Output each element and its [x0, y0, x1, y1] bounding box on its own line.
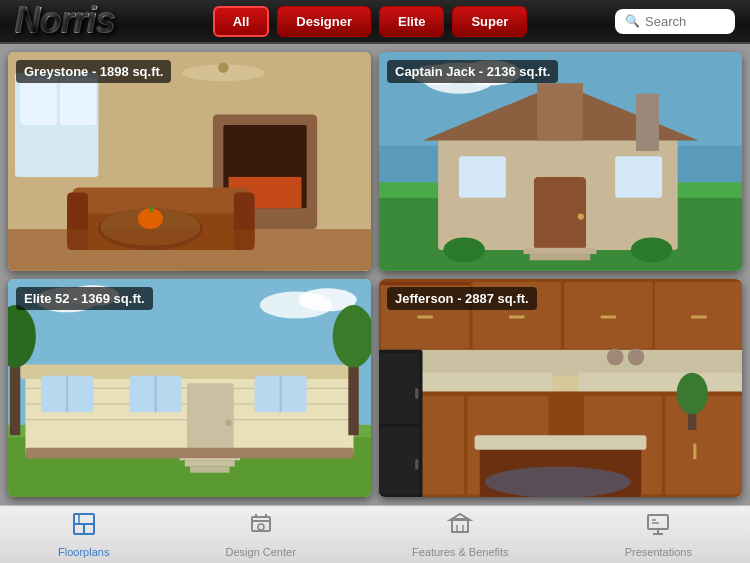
card-label-elite52: Elite 52 - 1369 sq.ft. [16, 287, 153, 310]
card-label-captain-jack: Captain Jack - 2136 sq.ft. [387, 60, 558, 83]
svg-rect-32 [524, 248, 597, 254]
svg-rect-5 [60, 78, 96, 125]
svg-rect-73 [509, 315, 525, 318]
svg-rect-92 [379, 427, 419, 495]
svg-rect-94 [415, 459, 418, 469]
card-greystone[interactable]: Greystone - 1898 sq.ft. [8, 52, 371, 271]
search-input[interactable] [645, 14, 725, 29]
svg-point-35 [631, 237, 673, 262]
tab-bar: Floorplans Design Center Features & Bene… [0, 505, 750, 563]
svg-point-56 [225, 419, 231, 425]
svg-rect-64 [25, 447, 353, 457]
svg-rect-59 [190, 466, 230, 472]
tab-design-center[interactable]: Design Center [206, 506, 316, 563]
app-logo: Norris [15, 0, 115, 42]
card-label-jefferson: Jefferson - 2887 sq.ft. [387, 287, 537, 310]
svg-rect-4 [20, 78, 56, 125]
svg-rect-68 [381, 282, 470, 285]
svg-point-97 [485, 466, 631, 497]
svg-rect-29 [615, 156, 662, 198]
svg-rect-93 [415, 388, 418, 398]
svg-rect-28 [459, 156, 506, 198]
nav-super[interactable]: Super [452, 6, 527, 37]
card-label-greystone: Greystone - 1898 sq.ft. [16, 60, 171, 83]
svg-rect-74 [601, 315, 617, 318]
tab-features[interactable]: Features & Benefits [392, 506, 529, 563]
svg-rect-76 [379, 350, 742, 376]
svg-rect-33 [530, 254, 590, 260]
svg-rect-58 [185, 460, 235, 466]
nav-buttons: All Designer Elite Super [135, 6, 605, 37]
svg-point-2 [218, 62, 228, 72]
svg-point-99 [677, 372, 708, 414]
svg-rect-91 [379, 353, 419, 424]
features-icon [447, 511, 473, 543]
tab-label-features: Features & Benefits [412, 546, 509, 558]
card-elite52[interactable]: Elite 52 - 1369 sq.ft. [8, 279, 371, 498]
card-image-greystone [8, 52, 371, 271]
svg-rect-87 [693, 443, 696, 459]
svg-rect-17 [8, 229, 371, 271]
tab-floorplans[interactable]: Floorplans [38, 506, 129, 563]
nav-designer[interactable]: Designer [277, 6, 371, 37]
search-box[interactable]: 🔍 [615, 9, 735, 34]
nav-elite[interactable]: Elite [379, 6, 444, 37]
svg-rect-27 [537, 83, 583, 140]
tab-presentations[interactable]: Presentations [605, 506, 712, 563]
svg-rect-55 [187, 383, 234, 456]
card-jefferson[interactable]: Jefferson - 2887 sq.ft. [379, 279, 742, 498]
svg-rect-16 [149, 206, 152, 212]
svg-marker-110 [450, 514, 470, 520]
svg-point-95 [607, 349, 624, 366]
design-center-icon [248, 511, 274, 543]
nav-all[interactable]: All [213, 6, 270, 37]
svg-rect-113 [648, 515, 668, 529]
svg-point-106 [258, 524, 264, 530]
svg-point-96 [628, 349, 645, 366]
header: Norris All Designer Elite Super 🔍 [0, 0, 750, 44]
card-image-jefferson [379, 279, 742, 498]
svg-point-34 [443, 237, 485, 262]
presentations-icon [645, 511, 671, 543]
card-grid: Greystone - 1898 sq.ft. [0, 44, 750, 505]
card-image-captain-jack [379, 52, 742, 271]
search-icon: 🔍 [625, 14, 640, 28]
tab-label-presentations: Presentations [625, 546, 692, 558]
svg-rect-78 [579, 372, 742, 393]
svg-rect-89 [475, 435, 647, 450]
svg-rect-30 [534, 177, 586, 250]
svg-rect-75 [691, 315, 707, 318]
card-image-elite52 [8, 279, 371, 498]
svg-rect-72 [417, 315, 433, 318]
tab-label-design-center: Design Center [226, 546, 296, 558]
svg-rect-83 [665, 395, 742, 494]
card-captain-jack[interactable]: Captain Jack - 2136 sq.ft. [379, 52, 742, 271]
floorplans-icon [71, 511, 97, 543]
svg-rect-36 [636, 94, 659, 151]
tab-label-floorplans: Floorplans [58, 546, 109, 558]
svg-point-31 [578, 213, 584, 219]
